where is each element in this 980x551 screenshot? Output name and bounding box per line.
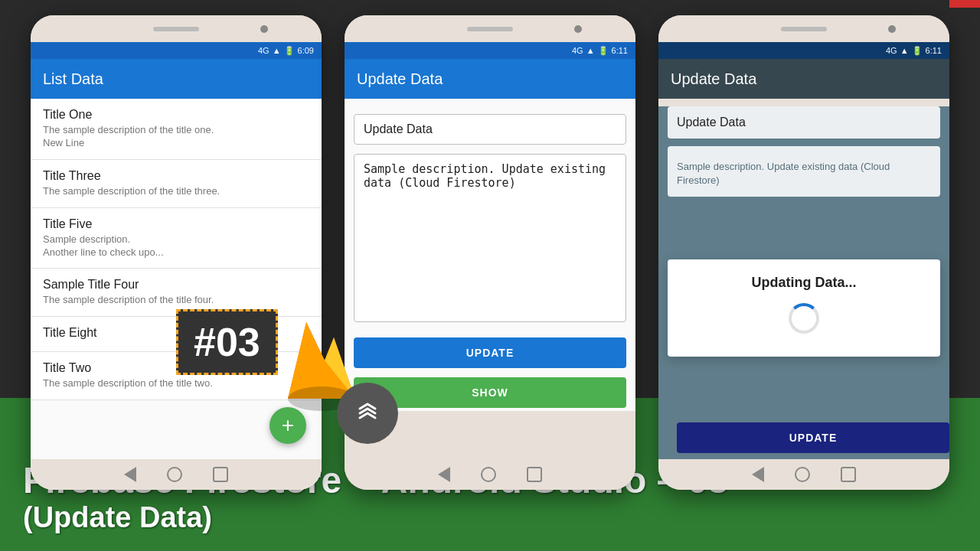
- phone-3-field1-label: Update Data: [677, 116, 931, 129]
- phone-3-field2-label: Sample description. Update existing data…: [677, 160, 931, 187]
- episode-badge: #03: [176, 309, 278, 375]
- back-nav-icon-2[interactable]: [438, 467, 450, 482]
- list-item-2[interactable]: Title Three The sample description of th…: [31, 160, 322, 208]
- phone-1-nav-bar: [31, 459, 322, 490]
- phone-2-camera: [574, 25, 582, 33]
- recents-nav-icon-2[interactable]: [527, 467, 542, 482]
- list-item-3-desc: Sample description.Another line to check…: [43, 233, 309, 259]
- phone-3-field1: Update Data: [668, 106, 940, 139]
- wifi-icon: ▲: [273, 46, 281, 55]
- signal-icon-3: 4G: [886, 46, 897, 55]
- update-button[interactable]: UPDATE: [354, 337, 626, 368]
- phone-3-update-button[interactable]: UPDATE: [677, 422, 949, 453]
- list-item-1-desc: The sample description of the title one.…: [43, 124, 309, 150]
- phone-3-appbar: Update Data: [658, 59, 949, 99]
- home-nav-icon[interactable]: [167, 467, 182, 482]
- phone-3-nav-bar: [658, 459, 949, 490]
- loading-spinner: [789, 303, 819, 334]
- battery-icon: 🔋: [284, 46, 295, 56]
- list-item-4-title: Sample Title Four: [43, 278, 309, 292]
- phone-1-appbar: List Data: [31, 59, 322, 99]
- phone-3: 4G ▲ 🔋 6:11 Update Data Update Data Samp…: [658, 15, 949, 490]
- phone-2-top: [345, 15, 635, 42]
- recents-nav-icon[interactable]: [213, 467, 228, 482]
- wifi-icon-2: ▲: [586, 46, 595, 55]
- phone-1-top: [31, 15, 322, 42]
- phone-2-appbar: Update Data: [345, 59, 635, 99]
- phone-3-title: Update Data: [671, 70, 756, 88]
- back-nav-icon-3[interactable]: [752, 467, 764, 482]
- phone-2-nav-bar: [345, 459, 635, 490]
- battery-icon-3: 🔋: [912, 46, 923, 56]
- phone-1-speaker: [153, 27, 199, 31]
- red-corner-bar: [949, 0, 980, 8]
- codepath-icon: [337, 383, 398, 444]
- wifi-icon-3: ▲: [900, 46, 909, 55]
- list-item-1[interactable]: Title One The sample description of the …: [31, 99, 322, 160]
- dialog-title: Updating Data...: [683, 275, 925, 291]
- signal-icon-2: 4G: [572, 46, 583, 55]
- time-display-2: 6:11: [612, 46, 628, 55]
- list-item-3-title: Title Five: [43, 217, 309, 231]
- signal-icon: 4G: [258, 46, 270, 55]
- phone-3-top: [658, 15, 949, 42]
- phone-1-title: List Data: [43, 70, 103, 88]
- battery-icon-2: 🔋: [598, 46, 609, 56]
- list-item-1-title: Title One: [43, 108, 309, 122]
- time-display: 6:09: [298, 46, 314, 55]
- phone-2-status-bar: 4G ▲ 🔋 6:11: [345, 42, 635, 59]
- update-desc-textarea[interactable]: Sample description. Update existing data…: [354, 154, 626, 322]
- phone-3-field2: Sample description. Update existing data…: [668, 146, 940, 197]
- list-item-2-title: Title Three: [43, 169, 309, 183]
- phones-container: 4G ▲ 🔋 6:09 List Data Title One The samp…: [0, 15, 980, 429]
- list-item-2-desc: The sample description of the title thre…: [43, 185, 309, 198]
- time-display-3: 6:11: [926, 46, 942, 55]
- phone-3-camera: [888, 25, 896, 33]
- back-nav-icon[interactable]: [124, 467, 136, 482]
- updating-dialog: Updating Data...: [668, 259, 940, 357]
- home-nav-icon-2[interactable]: [481, 467, 496, 482]
- home-nav-icon-3[interactable]: [795, 467, 810, 482]
- phone-1-camera: [260, 25, 268, 33]
- phone-2-title: Update Data: [357, 70, 443, 88]
- phone-3-status-bar: 4G ▲ 🔋 6:11: [658, 42, 949, 59]
- update-title-input[interactable]: [354, 114, 626, 145]
- list-item-4-desc: The sample description of the title four…: [43, 294, 309, 307]
- banner-subtitle: (Update Data): [23, 500, 728, 536]
- phone-3-speaker: [781, 27, 827, 31]
- recents-nav-icon-3[interactable]: [841, 467, 856, 482]
- phone-2-speaker: [467, 27, 513, 31]
- list-item-3[interactable]: Title Five Sample description.Another li…: [31, 208, 322, 269]
- phone-1-status-bar: 4G ▲ 🔋 6:09: [31, 42, 322, 59]
